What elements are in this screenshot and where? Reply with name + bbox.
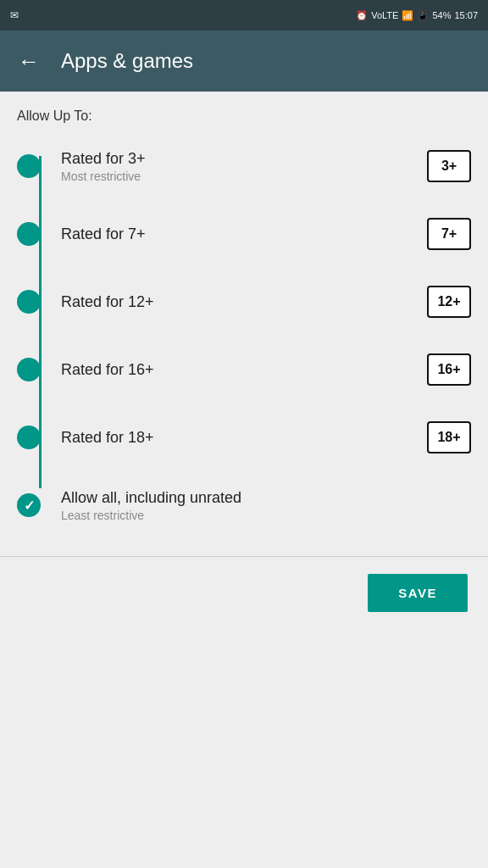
save-area: SAVE xyxy=(0,557,488,629)
radio-dot-16plus xyxy=(17,358,41,381)
rating-label-7plus: Rated for 7+ xyxy=(61,225,427,243)
rating-badge-18plus: 18+ xyxy=(427,421,471,453)
rating-text-3plus: Rated for 3+ Most restrictive xyxy=(61,150,427,183)
rating-item-allunrated[interactable]: Allow all, including unrated Least restr… xyxy=(0,471,488,539)
save-button[interactable]: SAVE xyxy=(368,574,468,612)
rating-badge-16plus: 16+ xyxy=(427,353,471,386)
status-bar: ✉ ⏰ VoLTE 📶 📱 54% 15:07 xyxy=(0,0,488,31)
rating-text-7plus: Rated for 7+ xyxy=(61,225,427,243)
rating-text-allunrated: Allow all, including unrated Least restr… xyxy=(61,489,471,522)
radio-dot-allunrated xyxy=(17,493,41,517)
rating-label-allunrated: Allow all, including unrated xyxy=(61,489,471,507)
signal-icon: 📱 xyxy=(417,10,429,21)
page-title: Apps & games xyxy=(61,49,193,73)
radio-dot-7plus xyxy=(17,222,41,246)
rating-item-12plus[interactable]: Rated for 12+ 12+ xyxy=(0,268,488,336)
rating-item-18plus[interactable]: Rated for 18+ 18+ xyxy=(0,403,488,471)
back-button[interactable]: ← xyxy=(14,46,44,76)
rating-text-12plus: Rated for 12+ xyxy=(61,293,427,311)
alarm-icon: ⏰ xyxy=(356,10,368,21)
rating-list: Rated for 3+ Most restrictive 3+ Rated f… xyxy=(0,132,488,556)
rating-sublabel-allunrated: Least restrictive xyxy=(61,509,471,522)
rating-item-7plus[interactable]: Rated for 7+ 7+ xyxy=(0,200,488,268)
battery-label: 54% xyxy=(432,10,451,20)
rating-badge-12plus: 12+ xyxy=(427,286,471,318)
rating-item-16plus[interactable]: Rated for 16+ 16+ xyxy=(0,336,488,403)
radio-dot-18plus xyxy=(17,426,41,449)
rating-label-3plus: Rated for 3+ xyxy=(61,150,427,168)
volte-label: VoLTE xyxy=(371,10,398,20)
content-area: Allow Up To: Rated for 3+ Most restricti… xyxy=(0,92,488,868)
rating-badge-3plus: 3+ xyxy=(427,150,471,182)
rating-label-12plus: Rated for 12+ xyxy=(61,293,427,311)
rating-text-18plus: Rated for 18+ xyxy=(61,429,427,447)
rating-badge-7plus: 7+ xyxy=(427,218,471,250)
rating-item-3plus[interactable]: Rated for 3+ Most restrictive 3+ xyxy=(0,132,488,200)
rating-sublabel-3plus: Most restrictive xyxy=(61,170,427,183)
radio-dot-3plus xyxy=(17,154,41,178)
app-bar: ← Apps & games xyxy=(0,31,488,92)
rating-text-16plus: Rated for 16+ xyxy=(61,361,427,379)
status-bar-left: ✉ xyxy=(10,9,19,21)
status-bar-right: ⏰ VoLTE 📶 📱 54% 15:07 xyxy=(356,10,478,21)
time-label: 15:07 xyxy=(454,10,478,20)
radio-dot-12plus xyxy=(17,290,41,314)
rating-label-18plus: Rated for 18+ xyxy=(61,429,427,447)
wifi-icon: 📶 xyxy=(402,10,413,21)
mail-icon: ✉ xyxy=(10,9,19,21)
allow-up-to-label: Allow Up To: xyxy=(0,92,488,132)
rating-label-16plus: Rated for 16+ xyxy=(61,361,427,379)
